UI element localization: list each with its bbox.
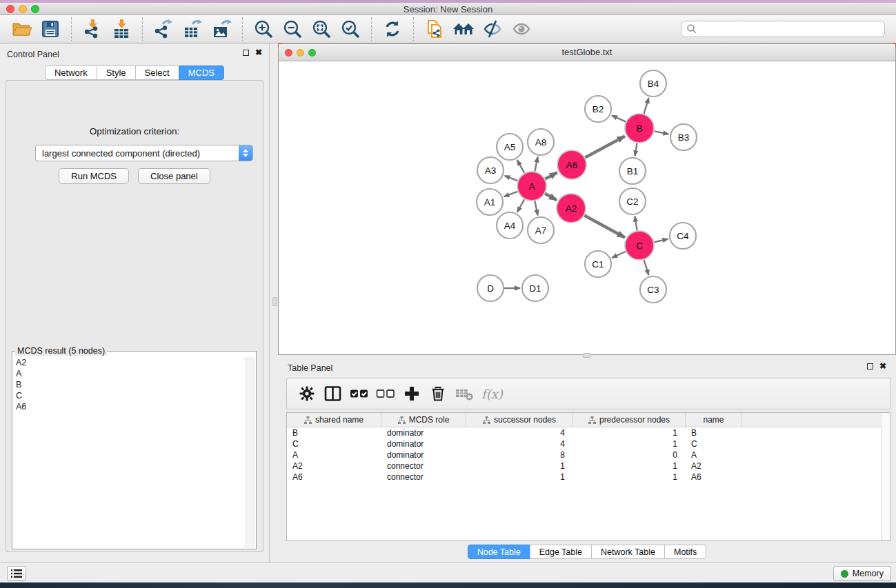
edge-A-A2[interactable] xyxy=(545,194,557,200)
node-D[interactable]: D xyxy=(477,275,504,301)
node-A3[interactable]: A3 xyxy=(477,157,504,183)
edge-A-A7[interactable] xyxy=(535,201,537,216)
node-C3[interactable]: C3 xyxy=(640,276,666,303)
node-C2[interactable]: C2 xyxy=(619,188,646,214)
network-window-titlebar[interactable]: testGlobe.txt xyxy=(279,44,895,61)
node-C4[interactable]: C4 xyxy=(670,223,696,249)
table-scrollbar[interactable] xyxy=(881,413,890,540)
column-header-MCDS-role[interactable]: MCDS role xyxy=(381,413,466,427)
delete-column-icon[interactable] xyxy=(425,381,451,406)
deselect-all-checks-icon[interactable] xyxy=(372,381,399,406)
result-item[interactable]: C xyxy=(13,390,246,401)
close-table-panel-icon[interactable]: ✖ xyxy=(879,363,886,369)
zoom-in-icon[interactable] xyxy=(252,17,275,41)
function-builder-icon[interactable]: f(x) xyxy=(481,387,503,401)
edge-A-A8[interactable] xyxy=(535,157,537,172)
select-all-checks-icon[interactable] xyxy=(346,381,372,406)
node-B3[interactable]: B3 xyxy=(670,124,697,150)
column-header-name[interactable]: name xyxy=(686,413,742,427)
tab-edge-table[interactable]: Edge Table xyxy=(530,545,592,559)
add-column-icon[interactable] xyxy=(399,381,425,406)
edge-B-B1[interactable] xyxy=(635,143,637,156)
edge-A-A5[interactable] xyxy=(517,160,524,173)
hide-graphics-icon[interactable] xyxy=(481,17,504,41)
show-graphics-icon[interactable] xyxy=(510,17,533,41)
tab-network[interactable]: Network xyxy=(45,65,97,80)
export-table-icon[interactable] xyxy=(181,17,204,41)
tab-network-table[interactable]: Network Table xyxy=(591,545,665,559)
edge-A-A4[interactable] xyxy=(517,199,524,212)
table-row[interactable]: Bdominator41B xyxy=(287,427,890,438)
task-history-button[interactable] xyxy=(7,566,26,581)
float-panel-icon[interactable] xyxy=(243,50,249,56)
edge-B-B2[interactable] xyxy=(612,115,626,121)
edge-C-C1[interactable] xyxy=(612,252,626,258)
result-item[interactable]: A xyxy=(13,368,246,379)
node-B4[interactable]: B4 xyxy=(640,70,666,97)
result-item[interactable]: A2 xyxy=(13,357,246,368)
close-panel-button[interactable]: Close panel xyxy=(138,168,210,184)
edge-C-C3[interactable] xyxy=(644,260,649,275)
edge-B-B3[interactable] xyxy=(655,131,669,134)
optimization-criterion-dropdown[interactable]: largest connected component (directed) xyxy=(35,145,253,161)
export-network-icon[interactable] xyxy=(152,17,175,41)
node-A2[interactable]: A2 xyxy=(557,194,586,223)
edge-C-C4[interactable] xyxy=(654,239,668,242)
node-B2[interactable]: B2 xyxy=(585,96,611,122)
home-layout-icon[interactable] xyxy=(452,17,475,41)
column-visibility-icon[interactable] xyxy=(320,381,346,406)
tab-node-table[interactable]: Node Table xyxy=(468,545,530,559)
edge-A2-C[interactable] xyxy=(584,216,625,238)
edge-A6-B[interactable] xyxy=(585,136,625,157)
zoom-selected-icon[interactable] xyxy=(339,17,362,41)
edge-C-C2[interactable] xyxy=(635,216,637,231)
table-row[interactable]: Cdominator41C xyxy=(287,438,890,449)
delete-table-icon[interactable] xyxy=(451,381,477,406)
export-image-icon[interactable] xyxy=(210,17,233,41)
column-header-shared-name[interactable]: shared name xyxy=(287,413,381,427)
node-A[interactable]: A xyxy=(517,172,546,201)
edge-A-A1[interactable] xyxy=(504,192,518,196)
table-row[interactable]: A6connector11A6 xyxy=(287,472,890,483)
float-table-panel-icon[interactable] xyxy=(867,363,873,369)
import-network-icon[interactable] xyxy=(81,17,104,41)
network-canvas[interactable]: B4B2BB3B1A5A8A6A3AA1C2A2A4A7C4CC1C3DD1 xyxy=(279,61,895,354)
edge-B-B4[interactable] xyxy=(644,98,648,114)
tab-style[interactable]: Style xyxy=(97,65,136,80)
edge-A-A6[interactable] xyxy=(545,172,557,179)
import-table-icon[interactable] xyxy=(110,17,133,41)
search-input[interactable] xyxy=(681,21,885,37)
vertical-splitter-handle[interactable] xyxy=(272,297,277,306)
table-settings-gear-icon[interactable] xyxy=(294,381,320,406)
open-session-icon[interactable] xyxy=(10,17,33,41)
tab-mcds[interactable]: MCDS xyxy=(179,65,224,80)
node-A1[interactable]: A1 xyxy=(477,189,503,215)
node-C[interactable]: C xyxy=(625,231,654,260)
result-scrollbar[interactable] xyxy=(246,357,255,548)
node-B[interactable]: B xyxy=(625,114,654,143)
table-row[interactable]: Adominator80A xyxy=(287,449,890,460)
close-panel-icon[interactable]: ✖ xyxy=(255,49,262,56)
tab-select[interactable]: Select xyxy=(135,65,179,80)
run-mcds-button[interactable]: Run MCDS xyxy=(59,168,129,184)
node-C1[interactable]: C1 xyxy=(585,251,611,277)
zoom-fit-icon[interactable] xyxy=(310,17,333,41)
column-header-successor-nodes[interactable]: successor nodes xyxy=(466,413,573,427)
refresh-view-icon[interactable] xyxy=(381,17,404,41)
node-A4[interactable]: A4 xyxy=(497,212,523,239)
node-A5[interactable]: A5 xyxy=(497,134,523,160)
zoom-out-icon[interactable] xyxy=(281,17,304,41)
tab-motifs[interactable]: Motifs xyxy=(664,545,706,559)
result-item[interactable]: A6 xyxy=(13,401,246,412)
table-row[interactable]: A2connector11A2 xyxy=(287,460,890,472)
node-A6[interactable]: A6 xyxy=(557,150,586,179)
column-header-predecessor-nodes[interactable]: predecessor nodes xyxy=(573,413,686,427)
node-D1[interactable]: D1 xyxy=(522,275,548,301)
edge-A-A3[interactable] xyxy=(505,176,518,181)
node-B1[interactable]: B1 xyxy=(619,158,646,184)
memory-button[interactable]: Memory xyxy=(833,566,891,581)
clone-network-icon[interactable] xyxy=(423,17,446,41)
node-A8[interactable]: A8 xyxy=(528,129,554,155)
result-item[interactable]: B xyxy=(13,379,246,390)
save-session-icon[interactable] xyxy=(39,17,62,41)
